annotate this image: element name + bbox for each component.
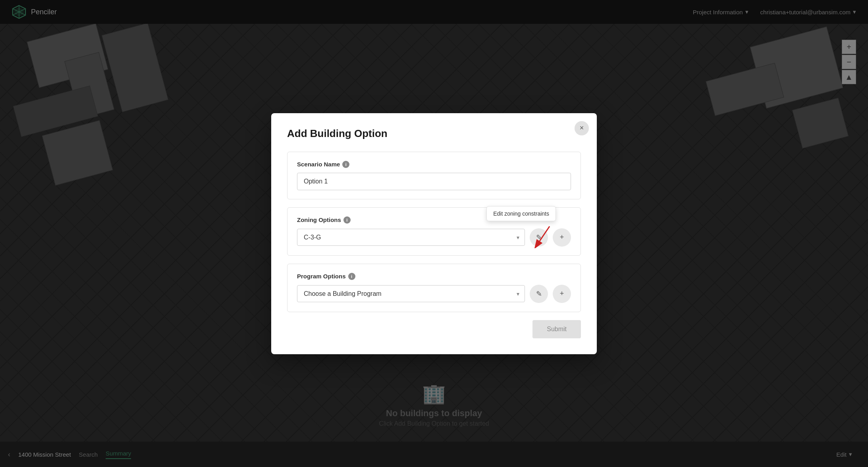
edit-program-button[interactable]: ✎ (530, 285, 548, 303)
modal-overlay: Add Building Option × Scenario Name i Zo… (0, 0, 868, 467)
add-building-option-modal: Add Building Option × Scenario Name i Zo… (271, 113, 597, 354)
zoning-select[interactable]: C-3-G C-3-S C-3-O (297, 229, 525, 246)
scenario-name-input[interactable] (297, 173, 571, 190)
add-zoning-button[interactable]: + (553, 228, 571, 247)
zoning-select-wrapper: C-3-G C-3-S C-3-O ▾ (297, 229, 525, 246)
edit-program-pencil-icon: ✎ (536, 289, 542, 298)
add-program-plus-icon: + (560, 289, 564, 298)
modal-footer: Submit (287, 320, 581, 338)
scenario-name-info-icon[interactable]: i (342, 161, 349, 168)
program-select[interactable]: Choose a Building Program (297, 285, 525, 302)
program-select-wrapper: Choose a Building Program ▾ (297, 285, 525, 302)
program-options-info-icon[interactable]: i (348, 273, 355, 280)
submit-button[interactable]: Submit (532, 320, 581, 338)
program-options-label: Program Options i (297, 273, 571, 280)
pencil-icon: ✎ (536, 233, 542, 242)
modal-title: Add Building Option (287, 127, 581, 140)
close-icon: × (580, 124, 584, 132)
program-select-row: Choose a Building Program ▾ ✎ + (297, 285, 571, 303)
zoning-options-section: Zoning Options i C-3-G C-3-S C-3-O ▾ (287, 207, 581, 256)
program-options-section: Program Options i Choose a Building Prog… (287, 264, 581, 312)
edit-zoning-button[interactable]: ✎ (530, 228, 548, 247)
scenario-name-label: Scenario Name i (297, 161, 571, 168)
scenario-name-section: Scenario Name i (287, 152, 581, 199)
edit-zoning-container: Edit zoning constraints ✎ (530, 228, 548, 247)
add-program-button[interactable]: + (553, 285, 571, 303)
modal-close-button[interactable]: × (575, 121, 589, 135)
zoning-options-info-icon[interactable]: i (343, 216, 351, 224)
plus-icon: + (560, 233, 564, 241)
edit-zoning-tooltip: Edit zoning constraints (486, 206, 556, 221)
zoning-select-row: C-3-G C-3-S C-3-O ▾ Edit zoning constrai… (297, 228, 571, 247)
